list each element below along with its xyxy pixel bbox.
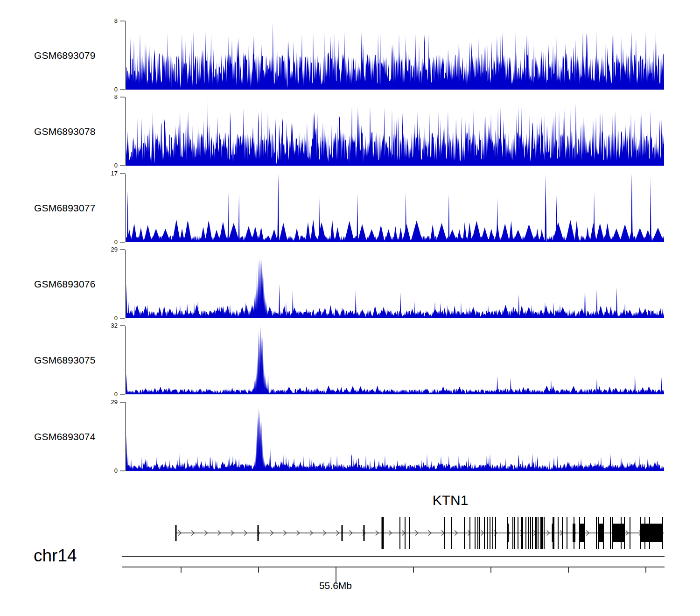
track-label: GSM6893077 [34,203,96,214]
gene-name-label: KTN1 [433,492,469,508]
chromosome-label: chr14 [34,546,77,566]
y-axis-bottom-tick [120,394,125,395]
coverage-signal [126,97,664,166]
y-axis-top-tick [120,173,125,174]
y-axis-min-label: 0 [99,162,118,169]
track-label: GSM6893074 [34,431,96,442]
y-axis-top-tick [120,249,125,250]
coverage-signal [126,250,664,318]
coverage-track-6: GSM6893074 29 0 [126,402,664,471]
y-axis-bottom-tick [120,89,125,90]
y-axis-bottom-tick [120,242,125,243]
y-axis-min-label: 0 [99,468,118,474]
genome-browser-figure: GSM6893079 8 0 GSM6893078 8 0 GSM6893077… [0,0,700,616]
y-axis-top-tick [120,97,125,98]
y-axis-min-label: 0 [99,86,118,93]
y-axis-min-label: 0 [99,239,118,245]
coverage-track-5: GSM6893075 32 0 [126,326,664,394]
y-axis-top-tick [120,402,125,403]
ruler-position-label: 55.6Mb [319,580,352,591]
ruler-tick [568,567,569,573]
ruler-lower-line [122,567,665,567]
track-label: GSM6893075 [34,355,96,366]
ruler-tick [490,567,491,573]
y-axis-max-label: 8 [99,18,118,24]
coverage-track-1: GSM6893079 8 0 [126,21,664,90]
track-label: GSM6893079 [34,50,96,61]
coverage-signal [126,21,664,90]
y-axis-top-tick [120,325,125,326]
gene-model-drawing [126,513,664,560]
y-axis-max-label: 17 [99,170,118,177]
coverage-track-3: GSM6893077 17 0 [126,174,664,242]
y-axis-max-label: 8 [99,94,118,100]
y-axis-bottom-tick [120,470,125,471]
ruler-tick [645,567,646,573]
y-axis-bottom-tick [120,318,125,319]
gene-model-track [126,513,664,560]
ruler-upper-line [122,556,665,557]
coverage-signal [126,174,664,242]
y-axis-min-label: 0 [99,315,118,322]
y-axis-max-label: 29 [99,399,118,406]
coverage-signal [126,326,664,394]
ruler-tick [258,567,259,573]
coverage-track-2: GSM6893078 8 0 [126,97,664,166]
y-axis-max-label: 32 [99,322,118,329]
ruler-tick [181,567,182,573]
ruler-tick [413,567,414,573]
coverage-track-4: GSM6893076 29 0 [126,250,664,318]
track-label: GSM6893078 [34,126,96,137]
y-axis-max-label: 29 [99,246,118,253]
y-axis-bottom-tick [120,165,125,166]
track-label: GSM6893076 [34,279,96,290]
y-axis-min-label: 0 [99,391,118,398]
y-axis-top-tick [120,21,125,21]
coverage-signal [126,402,664,471]
